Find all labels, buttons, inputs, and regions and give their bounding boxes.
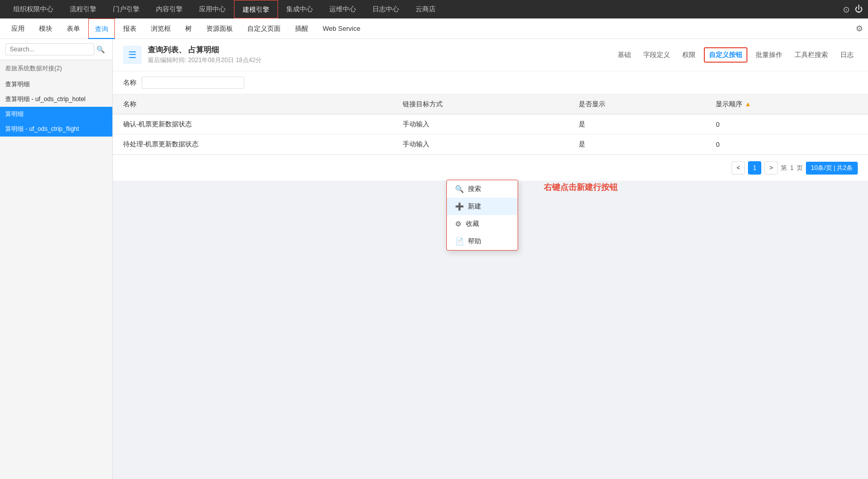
- header-action-1[interactable]: 字段定义: [639, 48, 674, 62]
- table-col-2: 是否显示: [568, 94, 706, 114]
- top-nav-item-0[interactable]: 组织权限中心: [5, 0, 62, 18]
- top-nav-item-1[interactable]: 流程引擎: [62, 0, 105, 18]
- context-menu-item-3[interactable]: 📄帮助: [447, 233, 518, 250]
- table-container: 名称链接目标方式是否显示显示顺序▲ 确认-机票更新数据状态手动输入是0待处理-机…: [113, 94, 868, 155]
- sidebar-group-title: 差旅系统数据对接(2): [0, 60, 112, 77]
- header-action-6[interactable]: 日志: [836, 48, 858, 62]
- second-nav-item-5[interactable]: 浏览框: [145, 18, 177, 39]
- context-menu-icon-1: ➕: [455, 202, 464, 210]
- top-nav-right-icons: ⊙ ⏻: [843, 5, 863, 14]
- header-action-2[interactable]: 权限: [678, 48, 700, 62]
- second-nav-item-0[interactable]: 应用: [5, 18, 31, 39]
- second-nav-item-1[interactable]: 模块: [33, 18, 58, 39]
- page-subtitle: 最后编辑时间: 2021年08月20日 18点42分: [148, 56, 262, 65]
- table-cell-1-3: 0: [705, 135, 868, 155]
- context-menu-icon-0: 🔍: [455, 185, 464, 193]
- page-icon: ☰: [123, 46, 142, 64]
- top-nav-item-2[interactable]: 门户引擎: [105, 0, 148, 18]
- top-nav-item-9[interactable]: 云商店: [407, 0, 444, 18]
- sidebar-item-2[interactable]: 算明细: [0, 107, 112, 122]
- data-table: 名称链接目标方式是否显示显示顺序▲ 确认-机票更新数据状态手动输入是0待处理-机…: [113, 94, 868, 155]
- current-page-button[interactable]: 1: [748, 161, 761, 175]
- sidebar: 🔍 差旅系统数据对接(2) 查算明细查算明细 - uf_ods_ctrip_ho…: [0, 39, 113, 479]
- context-menu-label-2: 收藏: [466, 219, 479, 228]
- page-header-left: ☰ 查询列表、 占算明细 最后编辑时间: 2021年08月20日 18点42分: [123, 45, 262, 65]
- context-menu-item-1[interactable]: ➕新建: [447, 198, 518, 215]
- table-cell-1-0: 待处理-机票更新数据状态: [113, 135, 392, 155]
- second-nav-item-10[interactable]: Web Service: [317, 18, 366, 39]
- sidebar-item-0[interactable]: 查算明细: [0, 77, 112, 92]
- table-cell-0-0: 确认-机票更新数据状态: [113, 114, 392, 135]
- table-col-0: 名称: [113, 94, 392, 114]
- second-nav-item-7[interactable]: 资源面板: [200, 18, 239, 39]
- page-size-button[interactable]: 10条/页 | 共2条: [806, 162, 858, 175]
- context-menu-icon-3: 📄: [455, 237, 464, 245]
- sort-icon[interactable]: ▲: [744, 100, 751, 108]
- second-nav-item-4[interactable]: 报表: [117, 18, 143, 39]
- top-navigation: 组织权限中心流程引擎门户引擎内容引擎应用中心建模引擎集成中心运维中心日志中心云商…: [0, 0, 868, 18]
- table-cell-0-3: 0: [705, 114, 868, 135]
- table-header: 名称链接目标方式是否显示显示顺序▲: [113, 94, 868, 114]
- page-text-1: 第: [781, 164, 787, 173]
- context-menu-item-2[interactable]: ⚙收藏: [447, 215, 518, 233]
- header-action-5[interactable]: 工具栏搜索: [791, 48, 832, 62]
- table-cell-1-1: 手动输入: [392, 135, 568, 155]
- filter-bar: 名称: [113, 71, 868, 94]
- content-area: ☰ 查询列表、 占算明细 最后编辑时间: 2021年08月20日 18点42分 …: [113, 39, 868, 479]
- second-nav-item-3[interactable]: 查询: [88, 18, 115, 39]
- table-cell-0-2: 是: [568, 114, 706, 135]
- table-body: 确认-机票更新数据状态手动输入是0待处理-机票更新数据状态手动输入是0: [113, 114, 868, 155]
- table-cell-1-2: 是: [568, 135, 706, 155]
- search-box: 🔍: [0, 39, 112, 60]
- user-icon[interactable]: ⊙: [843, 5, 850, 14]
- page-header: ☰ 查询列表、 占算明细 最后编辑时间: 2021年08月20日 18点42分 …: [113, 39, 868, 71]
- search-input[interactable]: [5, 43, 94, 55]
- power-icon[interactable]: ⏻: [855, 5, 863, 14]
- context-menu-icon-2: ⚙: [455, 220, 462, 228]
- context-menu-label-3: 帮助: [468, 237, 481, 246]
- second-navigation: 应用模块表单查询报表浏览框树资源面板自定义页面插醒Web Service ⚙: [0, 18, 868, 39]
- top-nav-item-4[interactable]: 应用中心: [191, 0, 234, 18]
- table-row[interactable]: 确认-机票更新数据状态手动输入是0: [113, 114, 868, 135]
- context-menu: 🔍搜索➕新建⚙收藏📄帮助: [446, 180, 518, 251]
- table-cell-0-1: 手动输入: [392, 114, 568, 135]
- second-nav-item-9[interactable]: 插醒: [289, 18, 314, 39]
- filter-label: 名称: [123, 78, 136, 87]
- page-number: 1: [790, 164, 794, 171]
- next-page-button[interactable]: >: [764, 161, 778, 175]
- second-nav-right: ⚙: [856, 24, 863, 33]
- context-menu-item-0[interactable]: 🔍搜索: [447, 180, 518, 198]
- prev-page-button[interactable]: <: [732, 161, 745, 175]
- table-row[interactable]: 待处理-机票更新数据状态手动输入是0: [113, 135, 868, 155]
- context-menu-label-0: 搜索: [468, 184, 481, 194]
- second-nav-item-6[interactable]: 树: [179, 18, 198, 39]
- top-nav-item-5[interactable]: 建模引擎: [234, 0, 278, 18]
- top-nav-items: 组织权限中心流程引擎门户引擎内容引擎应用中心建模引擎集成中心运维中心日志中心云商…: [5, 0, 444, 18]
- header-action-0[interactable]: 基础: [614, 48, 635, 62]
- second-nav-item-2[interactable]: 表单: [61, 18, 86, 39]
- search-button[interactable]: 🔍: [94, 46, 107, 53]
- top-nav-item-6[interactable]: 集成中心: [278, 0, 321, 18]
- sidebar-item-1[interactable]: 查算明细 - uf_ods_ctrip_hotel: [0, 92, 112, 107]
- page-title-block: 查询列表、 占算明细 最后编辑时间: 2021年08月20日 18点42分: [148, 45, 262, 65]
- page-header-right: 基础字段定义权限自定义按钮批量操作工具栏搜索日志: [614, 47, 858, 63]
- second-nav-item-8[interactable]: 自定义页面: [241, 18, 287, 39]
- header-action-3[interactable]: 自定义按钮: [704, 47, 747, 63]
- main-layout: 🔍 差旅系统数据对接(2) 查算明细查算明细 - uf_ods_ctrip_ho…: [0, 39, 868, 479]
- context-menu-label-1: 新建: [468, 202, 481, 211]
- table-col-1: 链接目标方式: [392, 94, 568, 114]
- sidebar-item-3[interactable]: 算明细 - uf_ods_ctrip_flight: [0, 122, 112, 137]
- table-col-3: 显示顺序▲: [705, 94, 868, 114]
- page-title: 查询列表、 占算明细: [148, 45, 262, 55]
- top-nav-item-3[interactable]: 内容引擎: [148, 0, 191, 18]
- settings-icon[interactable]: ⚙: [856, 24, 863, 33]
- page-text-3: 页: [797, 164, 803, 173]
- pagination: < 1 > 第 1 页 10条/页 | 共2条: [113, 155, 868, 181]
- top-nav-item-7[interactable]: 运维中心: [321, 0, 364, 18]
- filter-input[interactable]: [142, 76, 244, 89]
- top-nav-item-8[interactable]: 日志中心: [364, 0, 407, 18]
- header-action-4[interactable]: 批量操作: [752, 48, 786, 62]
